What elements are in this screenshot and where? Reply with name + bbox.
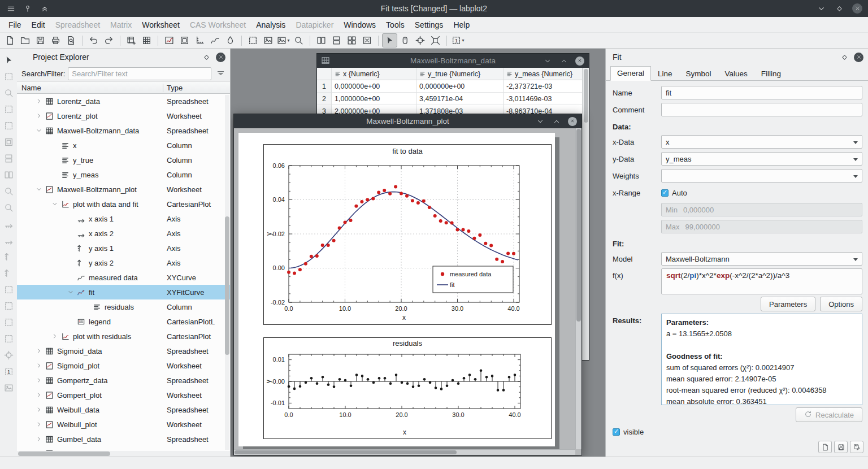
spreadsheet-cell[interactable]: 1,000000e+00 <box>332 93 416 105</box>
explorer-vertical-scrollbar[interactable] <box>225 95 229 450</box>
export-image-button[interactable]: ▾ <box>276 33 291 47</box>
zoom-out-x-tool-icon[interactable] <box>1 233 16 247</box>
spreadsheet-vertical-scrollbar[interactable] <box>582 68 589 360</box>
new-worksheet-button[interactable] <box>162 33 177 47</box>
split-top-bottom-button[interactable] <box>329 33 344 47</box>
menu-worksheet[interactable]: Worksheet <box>137 18 185 32</box>
tree-item-residuals[interactable]: residualsColumn <box>17 299 230 314</box>
worksheet-vertical-scrollbar[interactable] <box>575 128 581 449</box>
tree-item-y-axis-2[interactable]: y axis 2Axis <box>17 255 230 270</box>
weights-combobox[interactable] <box>661 169 862 183</box>
spreadsheet-cell[interactable]: 3,459171e-04 <box>416 93 504 105</box>
tree-item-plot-with-data-and-fit[interactable]: plot with data and fitCartesianPlot <box>17 197 230 211</box>
expand-arrow-icon[interactable] <box>34 390 44 400</box>
worksheet-horizontal-scrollbar[interactable] <box>234 449 575 455</box>
tree-item-weibull-data[interactable]: Weibull_dataSpreadsheet <box>17 402 230 417</box>
tab-filling[interactable]: Filling <box>754 67 788 81</box>
presenter-tool-icon[interactable]: 1 <box>1 364 16 378</box>
open-project-button[interactable] <box>18 33 33 47</box>
comment-input[interactable] <box>661 103 862 116</box>
column-header-x-numeric[interactable]: x {Numeric} <box>332 68 416 80</box>
restore-subwindow-icon[interactable] <box>559 56 568 66</box>
shrink-selection-button[interactable] <box>428 33 443 47</box>
redo-button[interactable] <box>101 33 116 47</box>
close-dock-button[interactable] <box>854 53 863 62</box>
options-button[interactable]: Options <box>820 297 862 311</box>
tree-item-x[interactable]: xColumn <box>17 138 230 153</box>
new-workbook-button[interactable] <box>177 33 192 47</box>
auto-range-checkbox[interactable] <box>661 189 669 197</box>
tab-general[interactable]: General <box>610 66 651 81</box>
type-column-header[interactable]: Type <box>163 84 183 92</box>
cursor-tool-icon[interactable] <box>1 348 16 362</box>
tree-item-gompert-plot[interactable]: Gompert_plotWorksheet <box>17 388 230 402</box>
zoom-select-tool-icon[interactable] <box>1 86 16 99</box>
menu-help[interactable]: Help <box>448 18 475 32</box>
load-config-button[interactable] <box>818 441 832 453</box>
model-combobox[interactable]: Maxwell-Boltzmann <box>661 252 862 266</box>
tree-item-legend[interactable]: legendCartesianPlotL <box>17 314 230 329</box>
zoom-x-select-tool-icon[interactable] <box>1 102 16 116</box>
fit-plot[interactable]: fit to data0.010.020.030.040.0-0.020.000… <box>263 144 552 325</box>
minimize-subwindow-icon[interactable] <box>542 56 552 66</box>
keep-above-icon[interactable] <box>40 3 50 14</box>
expand-arrow-icon[interactable] <box>34 419 44 429</box>
close-split-button[interactable] <box>359 33 375 47</box>
worksheet-window-titlebar[interactable]: Maxwell-Boltzmann_plot <box>234 114 581 128</box>
menu-analysis[interactable]: Analysis <box>251 18 290 32</box>
expand-arrow-icon[interactable] <box>34 434 44 444</box>
tree-column-headers[interactable]: Name Type <box>17 81 230 94</box>
tree-item-plot-with-residuals[interactable]: plot with residualsCartesianPlot <box>17 329 230 344</box>
zoom-in-y-tool-icon[interactable] <box>1 250 16 263</box>
tree-item-fit[interactable]: fitXYFitCurve <box>17 285 230 299</box>
tree-item-y-meas[interactable]: y_measColumn <box>17 167 230 182</box>
row-number[interactable]: 1 <box>317 80 332 93</box>
tree-item-maxwell-boltzmann-data[interactable]: Maxwell-Boltzmann_dataSpreadsheet <box>17 123 230 138</box>
close-subwindow-button[interactable] <box>575 57 584 66</box>
tab-values[interactable]: Values <box>718 67 754 81</box>
minimize-button[interactable] <box>816 3 826 14</box>
select-region-button[interactable] <box>245 33 261 47</box>
tree-item-y-true[interactable]: y_trueColumn <box>17 153 230 167</box>
collapse-arrow-icon[interactable] <box>66 287 76 297</box>
new-datapicker-button[interactable] <box>192 33 207 47</box>
menu-windows[interactable]: Windows <box>338 18 381 32</box>
spreadsheet-window-titlebar[interactable]: Maxwell-Boltzmann_data <box>317 54 589 68</box>
x-data-combobox[interactable]: x <box>661 135 862 149</box>
tree-item-lorentz-plot[interactable]: Lorentz_plotWorksheet <box>17 108 230 123</box>
auto-scale-y-tool-icon[interactable] <box>1 168 16 181</box>
parameters-button[interactable]: Parameters <box>761 297 815 311</box>
expand-arrow-icon[interactable] <box>50 331 60 341</box>
shift-right-x-tool-icon[interactable] <box>1 299 16 312</box>
row-number[interactable]: 2 <box>317 93 332 105</box>
select-region-tool-icon[interactable] <box>1 70 16 83</box>
spreadsheet-cell[interactable]: -3,011469e-03 <box>504 93 582 105</box>
close-subwindow-button[interactable] <box>568 117 577 126</box>
tree-item-maxwell-boltzmann-plot[interactable]: Maxwell-Boltzmann_plotWorksheet <box>17 182 230 197</box>
close-dock-button[interactable] <box>216 53 225 62</box>
expand-arrow-icon[interactable] <box>34 375 44 385</box>
collapse-arrow-icon[interactable] <box>50 199 60 209</box>
scrollbar-thumb[interactable] <box>225 216 229 355</box>
save-project-button[interactable] <box>33 33 48 47</box>
spreadsheet-cell[interactable]: -2,373721e-03 <box>504 80 582 93</box>
print-button[interactable] <box>48 33 63 47</box>
zoom-select-mouse-mode-button[interactable] <box>413 33 428 47</box>
maximize-button[interactable] <box>834 3 844 14</box>
expand-arrow-icon[interactable] <box>34 405 44 415</box>
zoom-button[interactable] <box>291 33 306 47</box>
select-mouse-mode-button[interactable] <box>382 33 397 47</box>
expand-arrow-icon[interactable] <box>34 96 44 106</box>
worksheet-view[interactable]: fit to data0.010.020.030.040.0-0.020.000… <box>234 128 581 455</box>
menu-icon[interactable] <box>6 3 16 14</box>
explorer-horizontal-scrollbar[interactable] <box>18 451 223 456</box>
undo-button[interactable] <box>86 33 101 47</box>
split-left-right-button[interactable] <box>314 33 329 47</box>
shift-down-y-tool-icon[interactable] <box>1 332 16 345</box>
tree-item-x-axis-1[interactable]: x axis 1Axis <box>17 211 230 226</box>
visible-checkbox[interactable] <box>613 428 620 436</box>
y-data-combobox[interactable]: y_meas <box>661 152 862 166</box>
export-worksheet-button[interactable] <box>261 33 276 47</box>
worksheet-window[interactable]: Maxwell-Boltzmann_plot fit to data0.010.… <box>233 114 582 455</box>
save-config-as-button[interactable] <box>850 441 863 453</box>
